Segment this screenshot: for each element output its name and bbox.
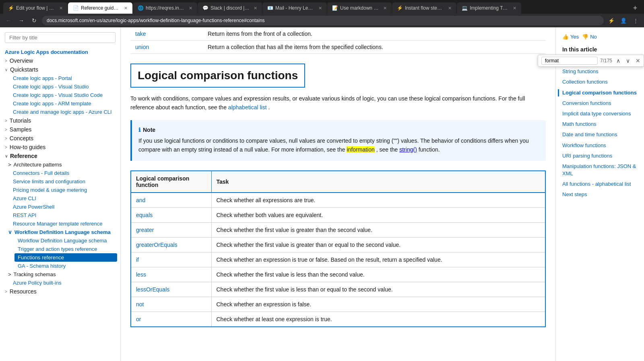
browser-tab-t4[interactable]: 💬Slack | discord | Power Au...✕: [198, 2, 262, 14]
article-link-logical-comparison[interactable]: Logical comparison functions: [558, 89, 644, 96]
sidebar-item-service-limits[interactable]: Service limits and configuration: [0, 177, 120, 186]
func-link[interactable]: not: [136, 301, 144, 308]
alphabetical-list-link[interactable]: alphabetical list: [228, 104, 267, 111]
browser-tab-t6[interactable]: 📝Use markdown to format f...✕: [327, 2, 392, 14]
browser-tab-t3[interactable]: 🌐https://reqres.in/api/users...✕: [133, 2, 197, 14]
sidebar-item-create-vscode[interactable]: Create logic apps - Visual Studio Code: [0, 91, 120, 99]
article-link-uri-parsing[interactable]: URI parsing functions: [562, 152, 644, 160]
article-link-workflow-functions[interactable]: Workflow functions: [562, 142, 644, 149]
tab-title: Mail - Henry Legge - Outlo...: [275, 5, 314, 11]
sidebar-item-trigger-action[interactable]: Trigger and action types reference: [0, 245, 120, 253]
sidebar-item-quickstarts[interactable]: ∨Quickstarts: [0, 65, 120, 74]
tab-title: https://reqres.in/api/users...: [146, 5, 185, 11]
new-tab-button[interactable]: +: [630, 2, 641, 14]
article-link-next-steps[interactable]: Next steps: [562, 191, 644, 198]
func-link[interactable]: equals: [136, 212, 153, 218]
table-row: lessCheck whether the first value is les…: [131, 267, 545, 282]
sidebar-item-how-to-guides[interactable]: >How-to guides: [0, 143, 120, 152]
sidebar-item-create-vs[interactable]: Create logic apps - Visual Studio: [0, 82, 120, 91]
func-link[interactable]: lessOrEquals: [136, 286, 169, 293]
func-name-cell: if: [131, 252, 211, 267]
func-task-cell: Check whether at least one expression is…: [211, 312, 545, 327]
table-row: greaterCheck whether the first value is …: [131, 222, 545, 237]
feedback-no-button[interactable]: 👎 No: [582, 34, 597, 40]
find-count: 7/175: [600, 58, 612, 64]
back-button[interactable]: ←: [3, 15, 14, 26]
article-link-math-functions[interactable]: Math functions: [562, 121, 644, 128]
sidebar-item-pricing[interactable]: Pricing model & usage metering: [0, 186, 120, 194]
extensions-button[interactable]: ⚡: [606, 15, 617, 26]
sidebar-item-create-cli[interactable]: Create and manage logic apps - Azure CLI: [0, 108, 120, 116]
sidebar-item-ga-history[interactable]: GA - Schema history: [0, 262, 120, 270]
sidebar-item-azure-ps[interactable]: Azure PowerShell: [0, 203, 120, 211]
func-link[interactable]: if: [136, 256, 139, 263]
sidebar-item-reference[interactable]: ∨Reference: [0, 152, 120, 160]
tab-close-button[interactable]: ✕: [59, 6, 63, 11]
browser-tab-t8[interactable]: 💻Implementing Try.Catch an...✕: [457, 2, 521, 14]
sidebar-item-connectors[interactable]: Connectors - Full details: [0, 169, 120, 177]
sidebar-item-wdl-schema-page[interactable]: Workflow Definition Language schema: [0, 236, 120, 245]
tab-close-button[interactable]: ✕: [513, 6, 516, 11]
feedback-yes-button[interactable]: 👍 Yes: [562, 34, 579, 40]
find-prev-button[interactable]: ∧: [615, 57, 622, 65]
menu-button[interactable]: ⋮: [630, 15, 641, 26]
tab-close-button[interactable]: ✕: [318, 6, 322, 11]
tab-close-button[interactable]: ✕: [383, 6, 387, 11]
sidebar-item-create-arm[interactable]: Create logic apps - ARM template: [0, 99, 120, 108]
func-task-cell: Check whether an expression is true or f…: [211, 252, 545, 267]
tab-close-button[interactable]: ✕: [254, 6, 257, 11]
article-link-conversion-functions[interactable]: Conversion functions: [562, 100, 644, 107]
sidebar-item-tutorials[interactable]: >Tutorials: [0, 116, 120, 125]
filter-input[interactable]: [5, 32, 116, 43]
subsection-label: Tracking schemas: [14, 271, 56, 277]
sidebar-item-rest-api[interactable]: REST API: [0, 211, 120, 219]
sidebar-item-azure-policy[interactable]: Azure Policy built-ins: [0, 279, 120, 287]
func-name-cell: not: [131, 297, 211, 312]
find-next-button[interactable]: ∨: [624, 57, 632, 65]
article-link-all-functions[interactable]: All functions - alphabetical list: [562, 180, 644, 188]
article-link-string-functions[interactable]: String functions: [562, 68, 644, 75]
sidebar-item-concepts[interactable]: >Concepts: [0, 134, 120, 143]
sidebar-item-samples[interactable]: >Samples: [0, 125, 120, 134]
address-input[interactable]: [42, 16, 604, 25]
sidebar-item-wdl-schema[interactable]: ∨Workflow Definition Language schema: [0, 228, 120, 236]
find-input[interactable]: [541, 57, 598, 65]
browser-tab-t7[interactable]: ⚡Instant flow steps in busin...✕: [392, 2, 456, 14]
browser-tab-t2[interactable]: 📄Reference guide for functio...✕: [68, 2, 132, 14]
tab-close-button[interactable]: ✕: [189, 6, 192, 11]
tab-close-button[interactable]: ✕: [124, 6, 128, 11]
sidebar-item-resources[interactable]: >Resources: [0, 287, 120, 296]
article-link-implicit-type[interactable]: Implicit data type conversions: [562, 110, 644, 117]
sidebar-item-create-portal[interactable]: Create logic apps - Portal: [0, 74, 120, 82]
func-link[interactable]: and: [136, 197, 145, 203]
sidebar-item-overview[interactable]: >Overview: [0, 56, 120, 65]
func-link[interactable]: greaterOrEquals: [136, 242, 178, 248]
browser-tab-t5[interactable]: 📧Mail - Henry Legge - Outlo...✕: [262, 2, 327, 14]
logical-functions-table: Logical comparison function Task andChec…: [130, 170, 546, 327]
forward-button[interactable]: →: [16, 15, 27, 26]
sidebar-item-azure-docs[interactable]: Azure Logic Apps documentation: [0, 48, 120, 56]
find-close-button[interactable]: ✕: [636, 57, 640, 64]
tab-close-button[interactable]: ✕: [448, 6, 452, 11]
article-link-date-time[interactable]: Date and time functions: [562, 131, 644, 138]
function-link[interactable]: union: [135, 44, 149, 50]
article-link-collection-functions[interactable]: Collection functions: [562, 78, 644, 86]
article-link-manipulation[interactable]: Manipulation functions: JSON & XML: [562, 163, 644, 177]
func-task-cell: Check whether all expressions are true.: [211, 193, 545, 208]
func-name-cell: less: [131, 267, 211, 282]
function-link[interactable]: take: [135, 31, 146, 37]
sidebar-item-arch-patterns[interactable]: >Architecture patterns: [0, 160, 120, 169]
sidebar-item-rm-template[interactable]: Resource Manager template reference: [0, 219, 120, 228]
func-link[interactable]: or: [136, 316, 141, 322]
sidebar-item-azure-cli[interactable]: Azure CLI: [0, 194, 120, 203]
func-link[interactable]: greater: [136, 227, 154, 233]
reload-button[interactable]: ↻: [29, 15, 39, 26]
feedback-row: 👍 Yes 👎 No: [562, 34, 644, 40]
sidebar-item-functions-ref[interactable]: Functions reference: [14, 253, 117, 262]
profile-button[interactable]: 👤: [618, 15, 629, 26]
sidebar-item-tracking[interactable]: >Tracking schemas: [0, 270, 120, 279]
tab-title: Edit your flow | Power Au...: [16, 5, 55, 11]
func-link[interactable]: less: [136, 271, 146, 278]
string-function-link[interactable]: string(): [399, 146, 417, 153]
browser-tab-t1[interactable]: ⚡Edit your flow | Power Au...✕: [3, 2, 68, 14]
